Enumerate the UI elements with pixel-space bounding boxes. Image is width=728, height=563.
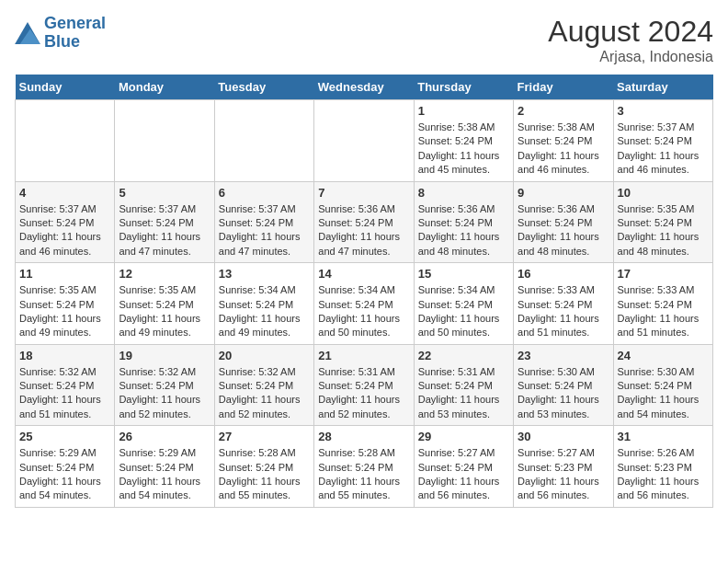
day-number: 13 [219, 267, 310, 281]
day-info: Sunrise: 5:27 AMSunset: 5:24 PMDaylight:… [418, 446, 509, 503]
calendar-day-cell [214, 100, 313, 182]
calendar-subtitle: Arjasa, Indonesia [548, 49, 713, 65]
calendar-week-row: 4Sunrise: 5:37 AMSunset: 5:24 PMDaylight… [16, 181, 713, 263]
logo: General Blue [15, 15, 106, 52]
day-info: Sunrise: 5:33 AMSunset: 5:24 PMDaylight:… [518, 283, 609, 340]
day-info: Sunrise: 5:31 AMSunset: 5:24 PMDaylight:… [418, 365, 509, 422]
day-number: 12 [119, 267, 210, 281]
calendar-body: 1Sunrise: 5:38 AMSunset: 5:24 PMDaylight… [16, 100, 713, 508]
day-number: 19 [119, 349, 210, 362]
calendar-day-cell: 19Sunrise: 5:32 AMSunset: 5:24 PMDayligh… [115, 344, 214, 426]
calendar-day-cell: 16Sunrise: 5:33 AMSunset: 5:24 PMDayligh… [514, 263, 613, 345]
day-number: 21 [318, 349, 409, 362]
calendar-day-cell: 7Sunrise: 5:36 AMSunset: 5:24 PMDaylight… [314, 181, 414, 263]
day-number: 23 [518, 349, 609, 362]
day-info: Sunrise: 5:35 AMSunset: 5:24 PMDaylight:… [19, 283, 110, 340]
day-number: 9 [518, 186, 609, 200]
day-of-week-header: Saturday [613, 75, 712, 100]
day-number: 31 [618, 430, 709, 443]
day-number: 1 [418, 104, 509, 118]
day-number: 27 [219, 430, 310, 443]
day-info: Sunrise: 5:32 AMSunset: 5:24 PMDaylight:… [119, 365, 210, 422]
calendar-day-cell: 6Sunrise: 5:37 AMSunset: 5:24 PMDaylight… [214, 181, 313, 263]
logo-icon [15, 22, 40, 44]
day-info: Sunrise: 5:28 AMSunset: 5:24 PMDaylight:… [219, 446, 310, 503]
calendar-day-cell: 24Sunrise: 5:30 AMSunset: 5:24 PMDayligh… [613, 344, 712, 426]
day-info: Sunrise: 5:36 AMSunset: 5:24 PMDaylight:… [318, 202, 409, 259]
calendar-day-cell: 26Sunrise: 5:29 AMSunset: 5:24 PMDayligh… [115, 426, 214, 508]
day-of-week-header: Monday [115, 75, 214, 100]
day-info: Sunrise: 5:32 AMSunset: 5:24 PMDaylight:… [219, 365, 310, 422]
day-info: Sunrise: 5:35 AMSunset: 5:24 PMDaylight:… [119, 283, 210, 340]
day-info: Sunrise: 5:27 AMSunset: 5:23 PMDaylight:… [518, 446, 609, 503]
day-info: Sunrise: 5:32 AMSunset: 5:24 PMDaylight:… [19, 365, 110, 422]
calendar-day-cell: 23Sunrise: 5:30 AMSunset: 5:24 PMDayligh… [514, 344, 613, 426]
calendar-day-cell: 4Sunrise: 5:37 AMSunset: 5:24 PMDaylight… [16, 181, 115, 263]
day-number: 26 [119, 430, 210, 443]
day-number: 22 [418, 349, 509, 362]
day-info: Sunrise: 5:37 AMSunset: 5:24 PMDaylight:… [219, 202, 310, 259]
day-info: Sunrise: 5:26 AMSunset: 5:23 PMDaylight:… [618, 446, 709, 503]
day-info: Sunrise: 5:38 AMSunset: 5:24 PMDaylight:… [518, 121, 609, 178]
calendar-day-cell: 14Sunrise: 5:34 AMSunset: 5:24 PMDayligh… [314, 263, 414, 345]
day-of-week-header: Tuesday [214, 75, 313, 100]
calendar-day-cell: 17Sunrise: 5:33 AMSunset: 5:24 PMDayligh… [613, 263, 712, 345]
day-number: 15 [418, 267, 509, 281]
day-number: 8 [418, 186, 509, 200]
day-info: Sunrise: 5:34 AMSunset: 5:24 PMDaylight:… [219, 283, 310, 340]
calendar-day-cell: 21Sunrise: 5:31 AMSunset: 5:24 PMDayligh… [314, 344, 414, 426]
day-number: 6 [219, 186, 310, 200]
day-number: 18 [19, 349, 110, 362]
calendar-day-cell: 27Sunrise: 5:28 AMSunset: 5:24 PMDayligh… [214, 426, 313, 508]
day-info: Sunrise: 5:37 AMSunset: 5:24 PMDaylight:… [19, 202, 110, 259]
day-of-week-header: Sunday [16, 75, 115, 100]
calendar-day-cell: 25Sunrise: 5:29 AMSunset: 5:24 PMDayligh… [16, 426, 115, 508]
day-info: Sunrise: 5:29 AMSunset: 5:24 PMDaylight:… [19, 446, 110, 503]
calendar-week-row: 1Sunrise: 5:38 AMSunset: 5:24 PMDaylight… [16, 100, 713, 182]
calendar-day-cell [314, 100, 414, 182]
logo-text: General Blue [44, 15, 106, 52]
calendar-day-cell: 22Sunrise: 5:31 AMSunset: 5:24 PMDayligh… [414, 344, 513, 426]
day-number: 11 [19, 267, 110, 281]
title-block: August 2024 Arjasa, Indonesia [548, 15, 713, 65]
day-number: 4 [19, 186, 110, 200]
day-info: Sunrise: 5:35 AMSunset: 5:24 PMDaylight:… [618, 202, 709, 259]
calendar-day-cell: 29Sunrise: 5:27 AMSunset: 5:24 PMDayligh… [414, 426, 513, 508]
calendar-day-cell [16, 100, 115, 182]
calendar-table: SundayMondayTuesdayWednesdayThursdayFrid… [15, 75, 713, 508]
logo-line1: General [44, 14, 106, 32]
calendar-day-cell: 13Sunrise: 5:34 AMSunset: 5:24 PMDayligh… [214, 263, 313, 345]
day-of-week-header: Wednesday [314, 75, 414, 100]
calendar-day-cell: 9Sunrise: 5:36 AMSunset: 5:24 PMDaylight… [514, 181, 613, 263]
day-info: Sunrise: 5:30 AMSunset: 5:24 PMDaylight:… [618, 365, 709, 422]
calendar-day-cell [115, 100, 214, 182]
day-number: 17 [618, 267, 709, 281]
day-number: 29 [418, 430, 509, 443]
day-number: 3 [618, 104, 709, 118]
day-number: 28 [318, 430, 409, 443]
day-info: Sunrise: 5:34 AMSunset: 5:24 PMDaylight:… [318, 283, 409, 340]
day-info: Sunrise: 5:37 AMSunset: 5:24 PMDaylight:… [119, 202, 210, 259]
day-number: 10 [618, 186, 709, 200]
calendar-day-cell: 5Sunrise: 5:37 AMSunset: 5:24 PMDaylight… [115, 181, 214, 263]
day-info: Sunrise: 5:38 AMSunset: 5:24 PMDaylight:… [418, 121, 509, 178]
calendar-week-row: 11Sunrise: 5:35 AMSunset: 5:24 PMDayligh… [16, 263, 713, 345]
calendar-title: August 2024 [548, 15, 713, 49]
day-number: 7 [318, 186, 409, 200]
day-number: 16 [518, 267, 609, 281]
calendar-day-cell: 30Sunrise: 5:27 AMSunset: 5:23 PMDayligh… [514, 426, 613, 508]
day-info: Sunrise: 5:37 AMSunset: 5:24 PMDaylight:… [618, 121, 709, 178]
calendar-day-cell: 15Sunrise: 5:34 AMSunset: 5:24 PMDayligh… [414, 263, 513, 345]
day-info: Sunrise: 5:36 AMSunset: 5:24 PMDaylight:… [518, 202, 609, 259]
day-number: 30 [518, 430, 609, 443]
calendar-day-cell: 10Sunrise: 5:35 AMSunset: 5:24 PMDayligh… [613, 181, 712, 263]
day-info: Sunrise: 5:28 AMSunset: 5:24 PMDaylight:… [318, 446, 409, 503]
calendar-day-cell: 31Sunrise: 5:26 AMSunset: 5:23 PMDayligh… [613, 426, 712, 508]
days-of-week-row: SundayMondayTuesdayWednesdayThursdayFrid… [16, 75, 713, 100]
day-number: 25 [19, 430, 110, 443]
calendar-day-cell: 11Sunrise: 5:35 AMSunset: 5:24 PMDayligh… [16, 263, 115, 345]
day-of-week-header: Friday [514, 75, 613, 100]
calendar-day-cell: 2Sunrise: 5:38 AMSunset: 5:24 PMDaylight… [514, 100, 613, 182]
day-info: Sunrise: 5:33 AMSunset: 5:24 PMDaylight:… [618, 283, 709, 340]
day-info: Sunrise: 5:31 AMSunset: 5:24 PMDaylight:… [318, 365, 409, 422]
